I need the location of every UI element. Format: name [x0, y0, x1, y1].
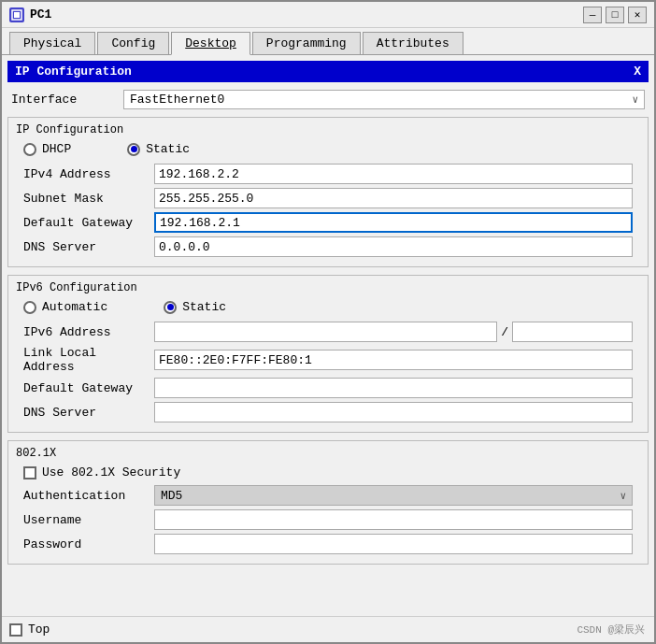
default-gateway-row: Default Gateway: [16, 212, 640, 233]
ipv6-dns-label: DNS Server: [23, 406, 154, 420]
title-bar: PC1 — □ ✕: [2, 2, 654, 28]
dhcp-label: DHCP: [42, 142, 71, 156]
ip-config-subsection: IP Configuration DHCP Static IPv4 Addres…: [7, 117, 649, 267]
ipv6-prefix-input[interactable]: [512, 322, 633, 342]
username-label: Username: [23, 513, 154, 527]
ipv6-gateway-input[interactable]: [154, 378, 633, 398]
tab-physical[interactable]: Physical: [9, 32, 95, 54]
tab-config[interactable]: Config: [97, 32, 169, 54]
top-checkbox-row: Top: [9, 623, 50, 637]
ipv6-config-subsection-title: IPv6 Configuration: [16, 281, 640, 294]
link-local-input[interactable]: [154, 350, 633, 370]
ipv4-address-input[interactable]: [154, 164, 633, 184]
dhcp-radio-item[interactable]: DHCP: [23, 142, 71, 156]
dns-server-input[interactable]: [154, 236, 633, 257]
username-row: Username: [16, 509, 640, 530]
watermark: CSDN @梁辰兴: [577, 623, 645, 637]
ipv6-automatic-radio[interactable]: [23, 301, 36, 314]
interface-chevron: ∨: [632, 93, 638, 106]
password-row: Password: [16, 534, 640, 554]
window-icon: [9, 7, 24, 22]
default-gateway-input[interactable]: [154, 212, 633, 233]
ipv6-automatic-radio-item[interactable]: Automatic: [23, 300, 107, 314]
top-checkbox-label: Top: [28, 623, 50, 637]
ipv6-dns-row: DNS Server: [16, 402, 640, 422]
title-controls: — □ ✕: [583, 7, 647, 23]
dns-server-label: DNS Server: [23, 240, 154, 254]
ipv4-address-row: IPv4 Address: [16, 164, 640, 184]
interface-row: Interface FastEthernet0 ∨: [7, 90, 649, 109]
ip-config-title: IP Configuration: [15, 64, 132, 79]
window-title: PC1: [30, 7, 51, 21]
top-checkbox[interactable]: [9, 623, 22, 637]
subnet-mask-row: Subnet Mask: [16, 188, 640, 208]
ipv6-static-label: Static: [182, 300, 226, 314]
subnet-mask-label: Subnet Mask: [23, 192, 154, 206]
ip-config-subsection-title: IP Configuration: [16, 123, 640, 136]
dot1x-subsection: 802.1X Use 802.1X Security Authenticatio…: [7, 440, 649, 565]
ipv6-address-row: IPv6 Address /: [16, 322, 640, 342]
content-area: IP Configuration X Interface FastEtherne…: [2, 55, 654, 616]
interface-select[interactable]: FastEthernet0 ∨: [123, 90, 645, 109]
ipv6-address-label: IPv6 Address: [23, 325, 154, 339]
static-label: Static: [146, 142, 190, 156]
dot1x-checkbox-row: Use 802.1X Security: [16, 465, 640, 479]
ip-config-close[interactable]: X: [634, 64, 641, 79]
svg-rect-1: [14, 12, 20, 18]
ipv6-gateway-row: Default Gateway: [16, 378, 640, 398]
link-local-row: Link Local Address: [16, 346, 640, 374]
auth-row: Authentication MD5 ∨: [16, 485, 640, 506]
dns-server-row: DNS Server: [16, 236, 640, 257]
minimize-button[interactable]: —: [583, 7, 602, 23]
auth-select[interactable]: MD5 ∨: [154, 485, 633, 506]
maximize-button[interactable]: □: [606, 7, 624, 23]
bottom-bar: Top CSDN @梁辰兴: [2, 616, 654, 642]
ipv6-address-input[interactable]: [154, 322, 497, 342]
static-radio[interactable]: [127, 143, 140, 156]
ipv6-mode-radio-row: Automatic Static: [16, 300, 640, 314]
ipv4-address-label: IPv4 Address: [23, 167, 154, 181]
tab-attributes[interactable]: Attributes: [363, 32, 463, 54]
static-radio-item[interactable]: Static: [127, 142, 190, 156]
username-input[interactable]: [154, 509, 633, 530]
password-label: Password: [23, 537, 154, 551]
ipv6-static-radio[interactable]: [164, 301, 177, 314]
ip-mode-radio-row: DHCP Static: [16, 142, 640, 156]
ipv6-config-subsection: IPv6 Configuration Automatic Static IPv6…: [7, 275, 649, 433]
subnet-mask-input[interactable]: [154, 188, 633, 208]
ipv6-static-radio-item[interactable]: Static: [164, 300, 226, 314]
default-gateway-label: Default Gateway: [23, 216, 154, 230]
auth-chevron: ∨: [620, 490, 626, 502]
ipv6-automatic-label: Automatic: [42, 300, 107, 314]
dot1x-checkbox[interactable]: [23, 466, 36, 479]
interface-value: FastEthernet0: [130, 93, 224, 107]
dot1x-title: 802.1X: [16, 447, 640, 460]
tab-bar: Physical Config Desktop Programming Attr…: [2, 28, 654, 55]
ip-config-header: IP Configuration X: [7, 61, 649, 82]
tab-programming[interactable]: Programming: [252, 32, 361, 54]
title-bar-left: PC1: [9, 7, 51, 22]
close-button[interactable]: ✕: [628, 7, 647, 23]
main-window: PC1 — □ ✕ Physical Config Desktop Progra…: [0, 0, 656, 644]
dhcp-radio[interactable]: [23, 143, 36, 156]
tab-desktop[interactable]: Desktop: [171, 32, 250, 55]
auth-value: MD5: [161, 489, 182, 503]
ipv6-slash: /: [501, 325, 508, 339]
ipv6-gateway-label: Default Gateway: [23, 381, 154, 395]
link-local-label: Link Local Address: [23, 346, 154, 374]
auth-label: Authentication: [23, 489, 154, 503]
password-input[interactable]: [154, 534, 633, 554]
dot1x-checkbox-label: Use 802.1X Security: [42, 465, 180, 479]
ipv6-dns-input[interactable]: [154, 402, 633, 422]
interface-label: Interface: [11, 93, 123, 107]
